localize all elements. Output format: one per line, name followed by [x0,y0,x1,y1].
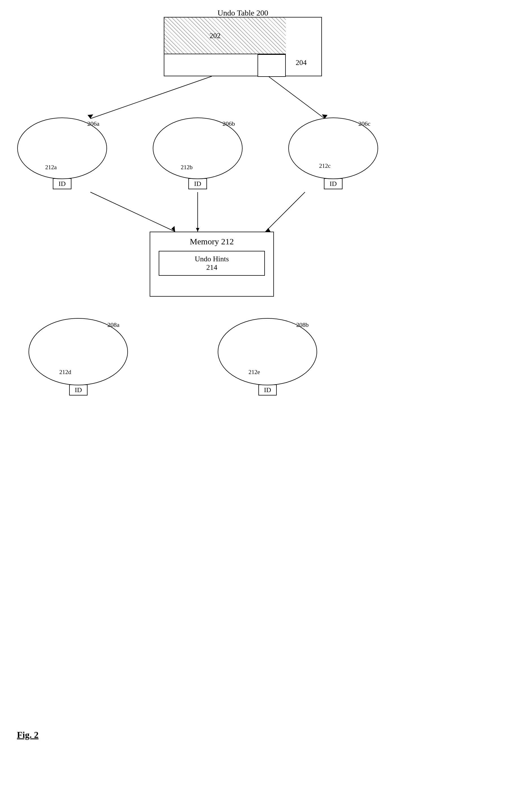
id-box-206c: ID [324,178,342,189]
label-202: 202 [210,32,221,40]
memory-box: Memory 212 Undo Hints214 [150,232,274,297]
svg-line-0 [90,76,212,119]
label-212e: 212e [248,369,260,376]
svg-marker-5 [171,226,175,232]
undo-table: Undo Table 200 202 204 [164,17,322,76]
ellipse-206a: 206a 212a [17,117,107,180]
svg-marker-7 [196,228,200,232]
undo-hints-box: Undo Hints214 [159,251,265,276]
label-206c: 206c [358,120,370,127]
ellipse-206c: 206c 212c [288,117,378,180]
svg-line-2 [268,76,325,119]
memory-title: Memory 212 [150,232,273,248]
id-box-208a: ID [69,385,88,395]
disk-node-206b: 206b 212b ID [152,117,243,189]
label-208b: 208b [296,321,309,329]
disk-node-208b: 208b 212e ID [217,318,318,395]
id-box-206b: ID [188,178,207,189]
label-204: 204 [296,58,307,67]
hatch-region-202 [164,18,286,54]
notch-204 [258,54,286,77]
disk-node-206c: 206c 212c ID [288,117,378,189]
svg-line-8 [265,192,305,232]
undo-table-title: Undo Table 200 [217,8,268,18]
svg-line-4 [90,192,175,232]
label-206b: 206b [223,120,235,127]
label-212a: 212a [45,164,57,171]
disk-node-206a: 206a 212a ID [17,117,107,189]
label-208a: 208a [107,321,119,329]
ellipse-206b: 206b 212b [152,117,243,180]
label-212c: 212c [319,163,331,169]
id-box-208b: ID [259,385,277,395]
label-212b: 212b [181,164,193,171]
disk-node-208a: 208a 212d ID [28,318,129,395]
diagram-container: Undo Table 200 202 204 206a 212a ID 206b… [0,0,532,763]
label-206a: 206a [87,120,99,127]
ellipse-208a: 208a 212d [28,318,129,386]
label-212d: 212d [59,369,71,376]
fig-label: Fig. 2 [17,730,38,740]
id-box-206a: ID [53,178,71,189]
svg-marker-9 [265,228,270,232]
ellipse-208b: 208b 212e [217,318,318,386]
